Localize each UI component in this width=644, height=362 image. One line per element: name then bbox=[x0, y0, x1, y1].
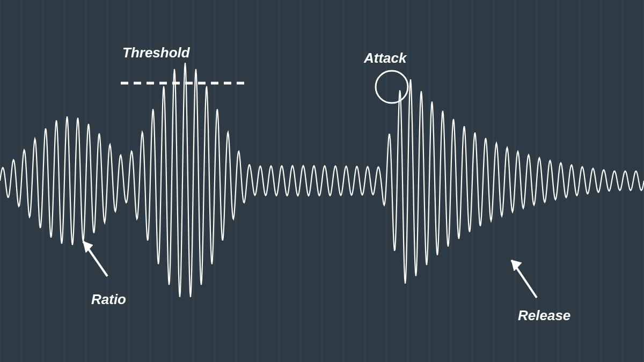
compressor-diagram: Threshold Attack Ratio Release bbox=[0, 0, 644, 362]
release-label: Release bbox=[518, 308, 570, 322]
attack-label: Attack bbox=[364, 51, 406, 65]
attack-marker-circle bbox=[376, 71, 408, 103]
ratio-label: Ratio bbox=[91, 292, 126, 306]
threshold-label: Threshold bbox=[122, 46, 190, 60]
ratio-arrow-icon bbox=[83, 241, 107, 276]
svg-marker-32 bbox=[83, 241, 93, 253]
